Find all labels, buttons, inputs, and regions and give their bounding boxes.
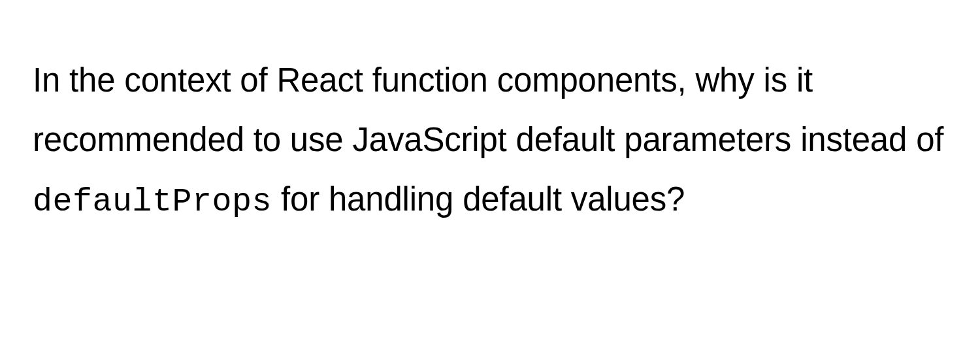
question-text-after-code: for handling default values? (272, 180, 685, 218)
question-text-before-code: In the context of React function compone… (33, 61, 943, 158)
inline-code-default-props: defaultProps (33, 183, 272, 220)
question-paragraph: In the context of React function compone… (33, 51, 947, 231)
